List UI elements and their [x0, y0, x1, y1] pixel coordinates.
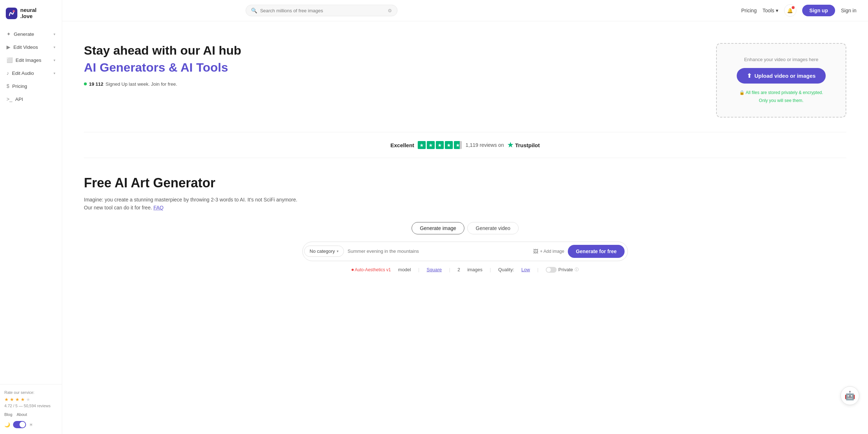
logo-icon — [6, 8, 17, 19]
top-navigation: 🔍 ⚙ Pricing Tools ▾ 🔔 Sign up Sign in — [62, 0, 868, 21]
image-upload-icon: 🖼 — [533, 248, 538, 254]
tp-star-3: ★ — [436, 141, 444, 149]
notifications-button[interactable]: 🔔 — [784, 4, 796, 17]
pricing-icon: $ — [7, 83, 9, 89]
model-link[interactable]: Auto-Aesthetics v1 — [352, 267, 391, 272]
upload-card-wrapper: Enhance your video or images here ⬆ Uplo… — [716, 43, 846, 118]
options-model-label: model — [398, 267, 411, 272]
chevron-down-icon: ▾ — [54, 45, 55, 49]
hero-subtitle: AI Generators & AI Tools — [84, 60, 702, 75]
shape-link[interactable]: Square — [427, 267, 442, 272]
about-link[interactable]: About — [17, 412, 27, 417]
chevron-down-icon: ▾ — [776, 8, 778, 13]
tp-star-5: ★ — [454, 141, 462, 149]
lock-icon: 🔒 — [739, 90, 745, 95]
nav-tools-link[interactable]: Tools ▾ — [762, 8, 778, 13]
blog-link[interactable]: Blog — [4, 412, 12, 417]
chevron-down-icon: ▾ — [54, 32, 55, 36]
edit-videos-icon: ▶ — [7, 44, 10, 50]
model-dot — [352, 269, 354, 271]
search-input[interactable] — [260, 8, 385, 13]
signin-button[interactable]: Sign in — [841, 8, 856, 13]
info-icon[interactable]: ⓘ — [575, 267, 579, 272]
star-1: ★ — [4, 397, 9, 402]
trustpilot-bar: Excellent ★ ★ ★ ★ ★ 1,119 reviews on ★ T… — [84, 132, 846, 158]
quality-value[interactable]: Low — [522, 267, 530, 272]
sidebar-item-label: Edit Videos — [13, 44, 38, 50]
art-section-title: Free AI Art Generator — [84, 175, 846, 191]
chat-bubble[interactable]: 🤖 — [841, 386, 859, 405]
edit-audio-icon: ♪ — [7, 70, 9, 76]
rating-text: 4.72 / 5 — 50,594 reviews — [4, 404, 58, 408]
tab-generate-image[interactable]: Generate image — [412, 222, 464, 234]
generation-options: Auto-Aesthetics v1 model | Square | 2 im… — [302, 267, 628, 273]
upload-icon: ⬆ — [747, 72, 752, 79]
generate-icon: ✦ — [7, 31, 11, 37]
hero-badge-number: 19 112 — [89, 81, 103, 87]
sidebar-footer: Rate our service: ★ ★ ★ ★ ★ 4.72 / 5 — 5… — [0, 384, 62, 434]
chat-bubble-icon: 🤖 — [841, 386, 859, 405]
signup-button[interactable]: Sign up — [802, 5, 835, 16]
trustpilot-platform: Trustpilot — [515, 142, 540, 148]
sidebar-item-edit-audio[interactable]: ♪ Edit Audio ▾ — [3, 67, 59, 79]
edit-images-icon: ⬜ — [7, 57, 13, 63]
sidebar-item-label: Generate — [14, 31, 34, 37]
art-section-description: Imagine: you create a stunning masterpie… — [84, 196, 330, 212]
hero-title: Stay ahead with our AI hub — [84, 43, 702, 58]
quality-label: Quality: — [498, 267, 514, 272]
upload-card-hint: Enhance your video or images here — [726, 57, 837, 62]
logo[interactable]: neural .love — [0, 0, 62, 28]
star-4: ★ — [21, 397, 25, 402]
sidebar-item-api[interactable]: >_ API — [3, 93, 59, 105]
topnav-right: Pricing Tools ▾ 🔔 Sign up Sign in — [741, 4, 856, 17]
sidebar-item-pricing[interactable]: $ Pricing — [3, 80, 59, 92]
sidebar-navigation: ✦ Generate ▾ ▶ Edit Videos ▾ ⬜ Edit Imag… — [0, 28, 62, 384]
nav-pricing-link[interactable]: Pricing — [741, 8, 757, 13]
upload-card: Enhance your video or images here ⬆ Uplo… — [716, 43, 846, 118]
search-icon: 🔍 — [251, 8, 257, 13]
sidebar-item-label: Edit Audio — [12, 71, 34, 76]
generate-button[interactable]: Generate for free — [568, 245, 625, 258]
tp-star-4: ★ — [445, 141, 453, 149]
private-toggle: Private ⓘ — [546, 267, 579, 273]
category-label: No category — [310, 248, 335, 254]
hero-left: Stay ahead with our AI hub AI Generators… — [84, 43, 702, 87]
svg-point-1 — [13, 10, 15, 12]
search-bar[interactable]: 🔍 ⚙ — [246, 5, 397, 16]
hero-badge-text: Signed Up last week. Join for free. — [106, 81, 177, 87]
trustpilot-reviews: 1,119 reviews on — [465, 142, 504, 148]
filter-icon[interactable]: ⚙ — [388, 8, 392, 13]
brand-name: neural .love — [20, 7, 37, 19]
tab-generate-video[interactable]: Generate video — [467, 222, 519, 234]
sidebar: neural .love ✦ Generate ▾ ▶ Edit Videos … — [0, 0, 62, 434]
hero-section: Stay ahead with our AI hub AI Generators… — [62, 21, 868, 132]
main-content: 🔍 ⚙ Pricing Tools ▾ 🔔 Sign up Sign in St… — [62, 0, 868, 434]
star-5: ★ — [26, 397, 30, 402]
category-select[interactable]: No category ▾ — [304, 246, 344, 257]
sidebar-item-generate[interactable]: ✦ Generate ▾ — [3, 28, 59, 40]
sidebar-item-label: Edit Images — [16, 58, 41, 63]
star-2: ★ — [10, 397, 14, 402]
trustpilot-excellent: Excellent — [390, 142, 414, 148]
notification-dot — [792, 6, 795, 9]
star-rating: ★ ★ ★ ★ ★ — [4, 397, 58, 402]
sidebar-item-edit-images[interactable]: ⬜ Edit Images ▾ — [3, 54, 59, 66]
faq-link[interactable]: FAQ — [153, 205, 163, 210]
moon-icon: 🌙 — [4, 422, 10, 427]
badge-dot — [84, 82, 87, 85]
add-image-button[interactable]: 🖼 + Add image — [533, 248, 564, 254]
generation-form: No category ▾ 🖼 + Add image Generate for… — [302, 242, 628, 261]
theme-toggle[interactable] — [13, 421, 26, 428]
sidebar-links: Blog About — [4, 412, 58, 417]
art-generator-section: Free AI Art Generator Imagine: you creat… — [62, 158, 868, 284]
chevron-down-icon: ▾ — [337, 249, 339, 253]
upload-button[interactable]: ⬆ Upload video or images — [737, 68, 826, 84]
images-label: images — [467, 267, 482, 272]
theme-toggle-row: 🌙 ☀ — [4, 421, 58, 428]
prompt-input[interactable] — [348, 246, 529, 256]
private-switch[interactable] — [546, 267, 557, 273]
sidebar-item-label: API — [15, 97, 23, 102]
images-count: 2 — [458, 267, 460, 272]
hero-badge: 19 112 Signed Up last week. Join for fre… — [84, 81, 702, 87]
sidebar-item-edit-videos[interactable]: ▶ Edit Videos ▾ — [3, 41, 59, 53]
